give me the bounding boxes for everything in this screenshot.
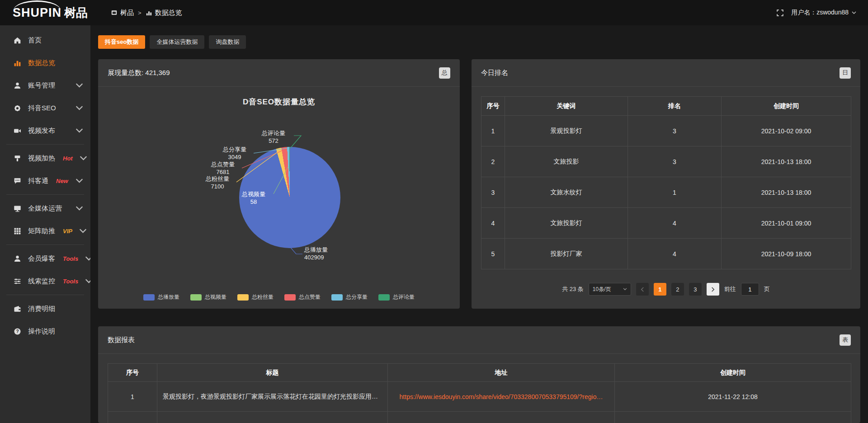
video-camera-icon <box>14 127 21 135</box>
breadcrumb-current[interactable]: 数据总览 <box>146 9 182 17</box>
table-row: 5 投影灯厂家 4 2021-10-09 18:00 <box>481 239 851 269</box>
pie-label-value: 3049 <box>217 153 253 161</box>
legend-item-shares[interactable]: 总分享量 <box>331 293 368 301</box>
sidebar-item-matrix-boost[interactable]: 矩阵助推 VIP <box>0 220 90 242</box>
breadcrumb-root[interactable]: 树品 <box>111 9 134 17</box>
page-button-1[interactable]: 1 <box>654 283 666 296</box>
video-link[interactable]: https://www.iesdouyin.com/share/video/70… <box>400 393 603 400</box>
tab-inquiry-data[interactable]: 询盘数据 <box>209 35 246 49</box>
sidebar-item-expense-detail[interactable]: 消费明细 <box>0 297 90 320</box>
bar-chart-icon <box>146 9 152 16</box>
chevron-down-icon <box>623 288 627 291</box>
main-layout: 首页 数据总览 账号管理 抖音SEO 视频发布 视频加热 Hot <box>0 25 868 423</box>
chevron-down-icon <box>75 104 83 112</box>
legend-label: 总播放量 <box>158 293 179 301</box>
cell-keyword: 文旅投影灯 <box>505 208 628 239</box>
goto-page-input[interactable] <box>741 283 759 296</box>
sidebar-item-label: 首页 <box>28 36 42 45</box>
sidebar-divider <box>6 244 84 245</box>
sidebar-item-help[interactable]: ? 操作说明 <box>0 320 90 343</box>
sidebar: 首页 数据总览 账号管理 抖音SEO 视频发布 视频加热 Hot <box>0 25 90 423</box>
sidebar-item-label: 会员爆客 <box>28 254 55 263</box>
legend-item-likes[interactable]: 总点赞量 <box>284 293 321 301</box>
sidebar-item-data-overview[interactable]: 数据总览 <box>0 52 90 74</box>
user-dropdown[interactable]: 用户名：zswodun88 <box>791 9 856 17</box>
chevron-down-icon <box>75 205 83 212</box>
chevron-down-icon <box>80 155 87 162</box>
grid-icon <box>14 227 21 235</box>
cell-index: 4 <box>481 208 505 239</box>
ranking-title: 今日排名 <box>481 69 508 77</box>
col-header-created: 创建时间 <box>722 97 851 116</box>
breadcrumb-root-label: 树品 <box>120 9 134 17</box>
cell-keyword: 投影灯厂家 <box>505 239 628 269</box>
total-badge-button[interactable]: 总 <box>439 67 450 79</box>
total-count-label: 共 23 条 <box>562 285 584 293</box>
sidebar-item-home[interactable]: 首页 <box>0 29 90 52</box>
legend-swatch <box>284 294 296 301</box>
sidebar-item-clue-monitor[interactable]: 线索监控 Tools <box>0 270 90 292</box>
seo-overview-header: 展现量总数: 421,369 总 <box>98 59 460 87</box>
col-header-title: 标题 <box>157 364 388 382</box>
cell-title <box>157 412 388 423</box>
hot-badge: Hot <box>63 155 73 162</box>
legend-item-comments[interactable]: 总评论量 <box>378 293 415 301</box>
sidebar-item-label: 操作说明 <box>28 327 55 336</box>
new-badge: New <box>56 178 68 184</box>
sidebar-item-video-publish[interactable]: 视频发布 <box>0 119 90 142</box>
legend-label: 总粉丝量 <box>252 293 274 301</box>
question-circle-icon: ? <box>14 328 21 335</box>
page-button-3[interactable]: 3 <box>689 283 702 296</box>
cell-rank: 3 <box>628 116 722 146</box>
home-icon <box>14 37 21 44</box>
sidebar-item-label: 视频发布 <box>28 127 55 135</box>
page-size-select[interactable]: 10条/页 <box>589 283 631 296</box>
report-header: 数据报表 表 <box>98 326 860 354</box>
pie-label-name: 总分享量 <box>217 146 253 153</box>
chevron-down-icon <box>852 11 856 14</box>
table-badge-button[interactable]: 表 <box>840 334 851 346</box>
legend-item-videos[interactable]: 总视频量 <box>190 293 226 301</box>
goto-unit-label: 页 <box>764 285 770 293</box>
top-panels-row: 展现量总数: 421,369 总 D音SEO数据量总览 <box>98 59 860 309</box>
app: { "colors": { "accent":"#f5801e", "badge… <box>0 0 868 423</box>
tab-omnimedia-data[interactable]: 全媒体运营数据 <box>150 35 204 49</box>
sidebar-item-account[interactable]: 账号管理 <box>0 74 90 97</box>
heat-tool-icon <box>14 155 21 162</box>
legend-label: 总视频量 <box>205 293 226 301</box>
sidebar-item-omnimedia[interactable]: 全媒体运营 <box>0 197 90 220</box>
legend-swatch <box>237 294 249 301</box>
legend-item-fans[interactable]: 总粉丝量 <box>237 293 274 301</box>
pie-chart-area: D音SEO数据量总览 总评论量 572 <box>98 87 460 308</box>
today-ranking-panel: 今日排名 日 序号 关键词 排名 创建时间 1 景 <box>472 59 860 309</box>
ranking-table: 序号 关键词 排名 创建时间 1 景观投影灯 3 2021-10-02 09:0… <box>481 96 851 269</box>
table-row: 1 景观投影灯，夜游景观投影灯厂家展示展示落花灯在花园里的灯光投影应用效果 #…… <box>108 382 851 412</box>
page-button-2[interactable]: 2 <box>671 283 684 296</box>
window-icon <box>111 9 118 16</box>
logo: SHUPIN 树品 <box>13 5 96 21</box>
prev-page-button[interactable] <box>636 283 649 296</box>
sidebar-item-label: 全媒体运营 <box>28 204 62 213</box>
fullscreen-icon[interactable] <box>776 9 784 17</box>
pie-label-plays: 总播放量 402909 <box>304 246 349 261</box>
next-page-button[interactable] <box>707 283 719 296</box>
sidebar-item-member-burst[interactable]: 会员爆客 Tools <box>0 247 90 270</box>
pie-label-likes: 总点赞量 7681 <box>205 160 241 176</box>
legend-item-plays[interactable]: 总播放量 <box>143 293 179 301</box>
day-badge-button[interactable]: 日 <box>840 67 851 79</box>
cell-url: https://www.iesdouyin.com/share/video/70… <box>388 382 615 412</box>
cell-index <box>108 412 157 423</box>
cell-created: 2021-10-13 18:00 <box>722 146 851 177</box>
pie-label-value: 7100 <box>199 183 236 190</box>
cell-index: 3 <box>481 177 505 208</box>
sidebar-item-douyin-seo[interactable]: 抖音SEO <box>0 97 90 119</box>
table-row: 2 文旅投影 3 2021-10-13 18:00 <box>481 146 851 177</box>
tab-douyin-seo[interactable]: 抖音seo数据 <box>98 35 145 49</box>
data-report-panel: 数据报表 表 序号 标题 地址 创建时间 1 景观投影灯，夜游景观投影灯厂家展示… <box>98 326 860 423</box>
wallet-icon <box>14 305 21 313</box>
sidebar-item-label: 线索监控 <box>28 277 55 286</box>
logo-arc <box>14 0 61 10</box>
sidebar-item-video-heat[interactable]: 视频加热 Hot <box>0 147 90 169</box>
tools-badge: Tools <box>63 255 78 262</box>
sidebar-item-douketong[interactable]: 抖客通 New <box>0 169 90 192</box>
